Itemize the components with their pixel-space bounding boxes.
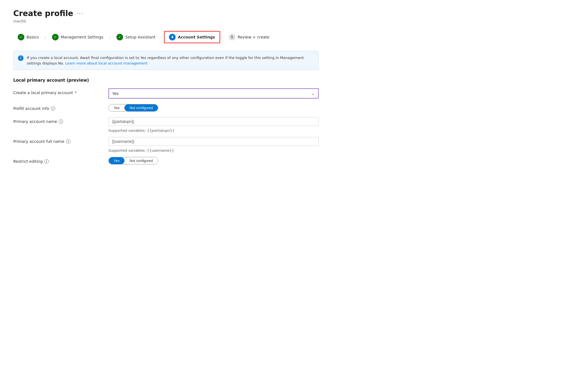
row-primary-account-full-name: Primary account full name i [13, 137, 319, 146]
page-title: Create profile ··· [13, 9, 319, 18]
page-header: Create profile ··· macOS [13, 9, 319, 23]
prefill-info-icon[interactable]: i [51, 106, 55, 111]
step-sep-2: › [108, 34, 112, 40]
label-prefill-account-info: Prefill account info i [13, 104, 102, 111]
row-create-local-account: Create a local primary account * Yes ⌄ [13, 88, 319, 99]
wizard-steps: ✓ Basics › ✓ Management Settings › ✓ Set… [13, 31, 319, 43]
control-primary-account-name [108, 117, 319, 126]
step-setup-circle: ✓ [116, 34, 123, 40]
label-restrict-editing: Restrict editing i [13, 157, 102, 164]
note-supported-vars-1: Supported variables: {{partialupn}} [108, 128, 319, 133]
control-prefill-account-info: Yes Not configured [108, 104, 319, 112]
toggle-not-configured-prefill[interactable]: Not configured [124, 104, 158, 111]
toggle-prefill-account-info: Yes Not configured [108, 104, 158, 112]
form-container: Create a local primary account * Yes ⌄ P… [13, 88, 319, 164]
row-restrict-editing: Restrict editing i Yes Not configured [13, 157, 319, 164]
toggle-not-configured-restrict[interactable]: Not configured [124, 157, 158, 164]
step-review-label: Review + create [238, 35, 269, 39]
note-supported-vars-2: Supported variables: {{username}} [108, 148, 319, 153]
step-sep-1: › [43, 34, 47, 40]
step-basics[interactable]: ✓ Basics [13, 32, 43, 43]
control-primary-account-full-name [108, 137, 319, 146]
toggle-yes-prefill[interactable]: Yes [109, 104, 124, 111]
step-setup-assistant[interactable]: ✓ Setup Assistant [112, 32, 160, 43]
control-restrict-editing: Yes Not configured [108, 157, 319, 164]
label-create-local-account: Create a local primary account * [13, 88, 102, 95]
info-banner-text: If you create a local account, Await fin… [27, 55, 314, 66]
step-basics-label: Basics [27, 35, 39, 39]
info-banner-link[interactable]: Learn more about local account managemen… [65, 61, 147, 65]
label-primary-account-name: Primary account name i [13, 117, 102, 124]
step-management-settings[interactable]: ✓ Management Settings [48, 32, 108, 43]
info-banner-icon: i [18, 55, 24, 61]
step-setup-label: Setup Assistant [125, 35, 155, 39]
row-prefill-account-info: Prefill account info i Yes Not configure… [13, 104, 319, 112]
input-primary-account-full-name[interactable] [108, 137, 319, 146]
dropdown-value: Yes [112, 91, 119, 96]
section-title: Local primary account (preview) [13, 78, 319, 83]
page-container: Create profile ··· macOS ✓ Basics › ✓ Ma… [0, 0, 332, 179]
step-account-settings[interactable]: 4 Account Settings [164, 31, 220, 43]
dropdown-create-local-account[interactable]: Yes ⌄ [108, 88, 319, 99]
title-ellipsis: ··· [77, 10, 84, 17]
primary-full-name-info-icon[interactable]: i [66, 139, 71, 144]
control-create-local-account: Yes ⌄ [108, 88, 319, 99]
step-sep-3: › [160, 34, 164, 40]
step-sep-4: › [220, 34, 224, 40]
step-account-label: Account Settings [178, 35, 215, 39]
label-primary-account-full-name: Primary account full name i [13, 137, 102, 144]
step-review-create[interactable]: 5 Review + create [224, 32, 274, 43]
step-account-circle: 4 [169, 34, 176, 40]
step-management-label: Management Settings [61, 35, 103, 39]
row-primary-account-name: Primary account name i [13, 117, 319, 126]
primary-name-info-icon[interactable]: i [59, 119, 63, 124]
step-review-circle: 5 [229, 34, 235, 40]
input-primary-account-name[interactable] [108, 117, 319, 126]
step-management-circle: ✓ [52, 34, 59, 40]
step-basics-circle: ✓ [18, 34, 24, 40]
toggle-yes-restrict[interactable]: Yes [109, 157, 124, 164]
toggle-restrict-editing: Yes Not configured [108, 157, 158, 164]
restrict-editing-info-icon[interactable]: i [44, 159, 49, 164]
chevron-down-icon: ⌄ [311, 91, 315, 96]
required-marker: * [75, 91, 77, 95]
page-subtitle: macOS [13, 19, 319, 23]
info-banner: i If you create a local account, Await f… [13, 51, 319, 70]
